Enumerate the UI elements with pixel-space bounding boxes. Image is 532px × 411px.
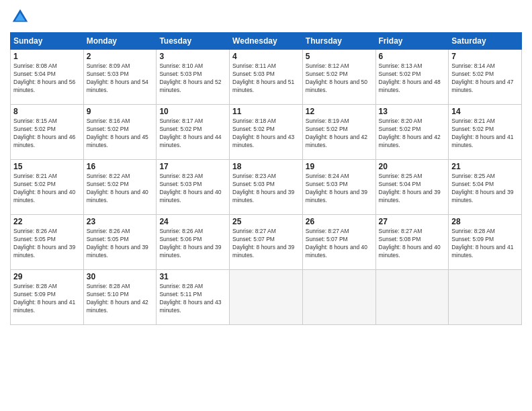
calendar-table: SundayMondayTuesdayWednesdayThursdayFrid… xyxy=(10,32,522,325)
day-number: 29 xyxy=(13,272,81,281)
day-info: Sunrise: 8:25 AM Sunset: 5:04 PM Dayligh… xyxy=(451,173,519,205)
day-number: 11 xyxy=(232,107,300,116)
calendar-cell: 19 Sunrise: 8:24 AM Sunset: 5:03 PM Dayl… xyxy=(302,160,375,215)
day-number: 27 xyxy=(379,217,446,226)
sunset-label: Sunset: 5:03 PM xyxy=(159,181,202,187)
day-number: 31 xyxy=(159,272,226,281)
day-info: Sunrise: 8:28 AM Sunset: 5:09 PM Dayligh… xyxy=(451,228,519,260)
sunset-label: Sunset: 5:11 PM xyxy=(159,291,202,298)
sunrise-label: Sunrise: 8:24 AM xyxy=(306,173,349,179)
daylight-label: Daylight: 8 hours and 39 minutes. xyxy=(232,189,294,203)
day-number: 9 xyxy=(87,107,154,116)
week-row-5: 29 Sunrise: 8:28 AM Sunset: 5:09 PM Dayl… xyxy=(11,270,522,325)
weekday-saturday: Saturday xyxy=(449,33,522,50)
day-info: Sunrise: 8:16 AM Sunset: 5:02 PM Dayligh… xyxy=(87,118,154,150)
sunrise-label: Sunrise: 8:28 AM xyxy=(13,283,57,289)
day-info: Sunrise: 8:22 AM Sunset: 5:02 PM Dayligh… xyxy=(87,173,154,205)
sunrise-label: Sunrise: 8:28 AM xyxy=(159,283,203,289)
calendar-cell xyxy=(375,270,449,325)
calendar-cell: 5 Sunrise: 8:12 AM Sunset: 5:02 PM Dayli… xyxy=(302,50,375,105)
sunrise-label: Sunrise: 8:26 AM xyxy=(13,228,57,234)
day-info: Sunrise: 8:27 AM Sunset: 5:07 PM Dayligh… xyxy=(232,228,300,260)
daylight-label: Daylight: 8 hours and 42 minutes. xyxy=(379,134,441,148)
sunrise-label: Sunrise: 8:25 AM xyxy=(451,173,495,179)
calendar-cell: 30 Sunrise: 8:28 AM Sunset: 5:10 PM Dayl… xyxy=(83,270,157,325)
sunrise-label: Sunrise: 8:28 AM xyxy=(451,228,495,234)
sunset-label: Sunset: 5:05 PM xyxy=(87,236,129,242)
daylight-label: Daylight: 8 hours and 39 minutes. xyxy=(451,189,513,203)
sunrise-label: Sunrise: 8:23 AM xyxy=(159,173,203,179)
calendar-cell: 9 Sunrise: 8:16 AM Sunset: 5:02 PM Dayli… xyxy=(83,105,157,160)
calendar-cell: 31 Sunrise: 8:28 AM Sunset: 5:11 PM Dayl… xyxy=(157,270,230,325)
daylight-label: Daylight: 8 hours and 40 minutes. xyxy=(13,189,75,203)
sunrise-label: Sunrise: 8:22 AM xyxy=(87,173,130,179)
sunrise-label: Sunrise: 8:12 AM xyxy=(306,62,349,69)
daylight-label: Daylight: 8 hours and 41 minutes. xyxy=(13,299,75,314)
daylight-label: Daylight: 8 hours and 43 minutes. xyxy=(159,299,221,314)
day-info: Sunrise: 8:21 AM Sunset: 5:02 PM Dayligh… xyxy=(451,118,519,150)
calendar-cell: 2 Sunrise: 8:09 AM Sunset: 5:03 PM Dayli… xyxy=(83,50,157,105)
sunset-label: Sunset: 5:02 PM xyxy=(306,126,348,132)
calendar-cell: 22 Sunrise: 8:26 AM Sunset: 5:05 PM Dayl… xyxy=(11,215,84,270)
day-info: Sunrise: 8:13 AM Sunset: 5:02 PM Dayligh… xyxy=(379,62,446,95)
day-info: Sunrise: 8:19 AM Sunset: 5:02 PM Dayligh… xyxy=(306,118,373,150)
weekday-tuesday: Tuesday xyxy=(157,33,230,50)
day-number: 12 xyxy=(306,107,373,116)
calendar-cell: 20 Sunrise: 8:25 AM Sunset: 5:04 PM Dayl… xyxy=(375,160,449,215)
calendar-cell xyxy=(302,270,375,325)
weekday-wednesday: Wednesday xyxy=(230,33,303,50)
calendar-cell: 25 Sunrise: 8:27 AM Sunset: 5:07 PM Dayl… xyxy=(230,215,303,270)
sunset-label: Sunset: 5:02 PM xyxy=(306,71,348,77)
sunset-label: Sunset: 5:04 PM xyxy=(451,181,494,187)
sunset-label: Sunset: 5:03 PM xyxy=(232,71,275,77)
sunset-label: Sunset: 5:02 PM xyxy=(232,126,275,132)
daylight-label: Daylight: 8 hours and 42 minutes. xyxy=(306,134,367,148)
calendar-cell: 29 Sunrise: 8:28 AM Sunset: 5:09 PM Dayl… xyxy=(11,270,84,325)
sunset-label: Sunset: 5:02 PM xyxy=(13,126,56,132)
sunrise-label: Sunrise: 8:13 AM xyxy=(379,62,423,69)
week-row-3: 15 Sunrise: 8:21 AM Sunset: 5:02 PM Dayl… xyxy=(11,160,522,215)
daylight-label: Daylight: 8 hours and 48 minutes. xyxy=(379,79,441,93)
day-info: Sunrise: 8:26 AM Sunset: 5:05 PM Dayligh… xyxy=(87,228,154,260)
sunset-label: Sunset: 5:09 PM xyxy=(451,236,494,242)
daylight-label: Daylight: 8 hours and 39 minutes. xyxy=(159,244,221,259)
sunrise-label: Sunrise: 8:21 AM xyxy=(13,173,57,179)
calendar-cell: 15 Sunrise: 8:21 AM Sunset: 5:02 PM Dayl… xyxy=(11,160,84,215)
day-info: Sunrise: 8:17 AM Sunset: 5:02 PM Dayligh… xyxy=(159,118,226,150)
calendar-cell: 4 Sunrise: 8:11 AM Sunset: 5:03 PM Dayli… xyxy=(230,50,303,105)
logo xyxy=(10,7,33,27)
daylight-label: Daylight: 8 hours and 42 minutes. xyxy=(87,299,148,314)
sunrise-label: Sunrise: 8:16 AM xyxy=(87,118,130,124)
sunset-label: Sunset: 5:03 PM xyxy=(306,181,348,187)
sunrise-label: Sunrise: 8:27 AM xyxy=(232,228,276,234)
daylight-label: Daylight: 8 hours and 40 minutes. xyxy=(379,244,441,259)
sunset-label: Sunset: 5:03 PM xyxy=(87,71,129,77)
day-info: Sunrise: 8:23 AM Sunset: 5:03 PM Dayligh… xyxy=(232,173,300,205)
weekday-header-row: SundayMondayTuesdayWednesdayThursdayFrid… xyxy=(11,33,522,50)
sunset-label: Sunset: 5:02 PM xyxy=(87,181,129,187)
sunset-label: Sunset: 5:04 PM xyxy=(13,71,56,77)
day-number: 21 xyxy=(451,162,519,171)
sunrise-label: Sunrise: 8:11 AM xyxy=(232,62,276,69)
day-number: 2 xyxy=(87,52,154,61)
calendar-cell: 10 Sunrise: 8:17 AM Sunset: 5:02 PM Dayl… xyxy=(157,105,230,160)
daylight-label: Daylight: 8 hours and 39 minutes. xyxy=(13,244,75,259)
day-number: 28 xyxy=(451,217,519,226)
sunset-label: Sunset: 5:07 PM xyxy=(306,236,348,242)
day-number: 22 xyxy=(13,217,81,226)
daylight-label: Daylight: 8 hours and 40 minutes. xyxy=(306,244,367,259)
calendar-cell: 13 Sunrise: 8:20 AM Sunset: 5:02 PM Dayl… xyxy=(375,105,449,160)
daylight-label: Daylight: 8 hours and 41 minutes. xyxy=(451,134,513,148)
daylight-label: Daylight: 8 hours and 47 minutes. xyxy=(451,79,513,93)
day-number: 25 xyxy=(232,217,300,226)
daylight-label: Daylight: 8 hours and 40 minutes. xyxy=(159,189,221,203)
sunrise-label: Sunrise: 8:08 AM xyxy=(13,62,57,69)
sunrise-label: Sunrise: 8:25 AM xyxy=(379,173,423,179)
daylight-label: Daylight: 8 hours and 39 minutes. xyxy=(379,189,441,203)
day-number: 5 xyxy=(306,52,373,61)
calendar-cell: 12 Sunrise: 8:19 AM Sunset: 5:02 PM Dayl… xyxy=(302,105,375,160)
day-info: Sunrise: 8:15 AM Sunset: 5:02 PM Dayligh… xyxy=(13,118,81,150)
calendar-body: 1 Sunrise: 8:08 AM Sunset: 5:04 PM Dayli… xyxy=(11,50,522,325)
day-number: 13 xyxy=(379,107,446,116)
sunset-label: Sunset: 5:09 PM xyxy=(13,291,56,298)
